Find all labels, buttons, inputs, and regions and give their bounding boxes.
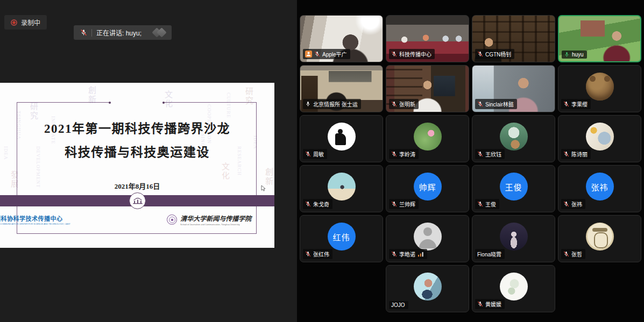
- meeting-app-watermark-icon: [153, 29, 165, 36]
- mic-muted-icon: [477, 51, 483, 57]
- participant-name-tag: Sinclair林懿: [475, 99, 517, 109]
- avatar: [328, 173, 356, 201]
- participant-tile[interactable]: 陈诗丽: [558, 115, 641, 162]
- mouse-cursor-icon: [261, 184, 266, 194]
- mobile-user-icon: [305, 51, 312, 58]
- mic-muted-icon: [314, 51, 320, 57]
- participant-name: 李岭涛: [399, 150, 415, 158]
- participant-name-tag: 兰帅辉: [389, 199, 419, 209]
- speaking-text: 正在讲话: huyu;: [96, 28, 141, 37]
- participant-name-tag: 李岭涛: [389, 149, 419, 159]
- participant-name: 周敏: [313, 150, 324, 158]
- mic-muted-icon: [563, 151, 569, 157]
- participant-tile[interactable]: 北京情报所 张士运: [300, 65, 383, 112]
- participant-tile[interactable]: 王俊 王俊: [472, 165, 555, 212]
- participant-name-tag: JOJO: [389, 301, 408, 309]
- participant-name: 张红伟: [313, 250, 329, 258]
- mic-muted-icon: [391, 251, 397, 257]
- mic-on-icon: [305, 101, 311, 107]
- recording-indicator: 录制中: [4, 15, 47, 30]
- mic-muted-icon: [477, 301, 483, 307]
- watermark-text: 創新: [86, 86, 97, 104]
- participant-tile[interactable]: 周敏: [300, 115, 383, 162]
- participant-name: 王欣钰: [485, 150, 501, 158]
- mic-muted-icon: [391, 51, 397, 57]
- mic-muted-icon: [477, 101, 483, 107]
- presentation-slide: 創新文化研究研究TSINGHUAINNOVATECULTUREIDEA發展DEV…: [0, 83, 274, 248]
- participant-name: 科技传播中心: [399, 50, 431, 58]
- participant-tile[interactable]: 朱戈奇: [300, 165, 383, 212]
- participant-tile[interactable]: Apple平广: [300, 15, 383, 62]
- tsinghua-gate-icon: [129, 192, 146, 209]
- participant-name-tag: 张哲: [561, 249, 585, 259]
- participant-name-tag: 王欣钰: [475, 149, 505, 159]
- mic-muted-icon: [391, 101, 397, 107]
- mic-muted-icon: [80, 29, 87, 36]
- divider: [91, 29, 92, 37]
- participant-tile[interactable]: huyu: [558, 15, 641, 62]
- participant-tile[interactable]: CGTN杨钊: [472, 15, 555, 62]
- cast-logo-subtitle: NATIONAL COMMUNICATION CENTER FOR SCIENC…: [0, 223, 70, 224]
- participant-name: JOJO: [391, 302, 405, 308]
- slide-title-line2: 科技传播与科技奥运建设: [0, 142, 274, 160]
- participant-name: Fiona晓霄: [477, 250, 501, 258]
- participant-name: 王俊: [485, 200, 496, 208]
- participant-name-tag: CGTN杨钊: [475, 49, 514, 59]
- participant-tile[interactable]: Fiona晓霄: [472, 215, 555, 262]
- slide-logos: 中国科协科学技术传播中心 NATIONAL COMMUNICATION CENT…: [0, 213, 274, 226]
- participant-tile[interactable]: JOJO: [386, 265, 469, 312]
- participant-name-tag: Apple平广: [303, 49, 350, 59]
- mic-muted-icon: [305, 201, 311, 207]
- avatar: [500, 223, 528, 251]
- participant-name: Apple平广: [322, 50, 347, 58]
- tsinghua-logo-subtitle: School of Journalism and Communication, …: [180, 223, 240, 225]
- participant-name: 黄媛媛: [485, 300, 501, 308]
- speaking-banner: 正在讲话: huyu;: [74, 25, 172, 40]
- avatar: [500, 123, 528, 151]
- mic-speaking-icon: [564, 52, 570, 58]
- participant-name: 张哲: [571, 250, 582, 258]
- avatar: [328, 123, 356, 151]
- mic-muted-icon: [305, 251, 311, 257]
- slide-title-line1: 2021年第一期科技传播跨界沙龙: [0, 118, 274, 137]
- participant-name: huyu: [572, 52, 584, 58]
- avatar: 王俊: [500, 173, 528, 201]
- participant-name-tag: 陈诗丽: [561, 149, 591, 159]
- participant-name: 李果缨: [571, 100, 588, 108]
- participant-tile[interactable]: 王欣钰: [472, 115, 555, 162]
- participant-tile[interactable]: 黄媛媛: [472, 265, 555, 312]
- participant-tile[interactable]: 科技传播中心: [386, 15, 469, 62]
- participant-tile[interactable]: 李皓诺: [386, 215, 469, 262]
- participant-name-tag: 李果缨: [561, 99, 591, 109]
- participant-tile[interactable]: 帅辉 兰帅辉: [386, 165, 469, 212]
- participant-tile[interactable]: 张哲: [558, 215, 641, 262]
- avatar: 帅辉: [414, 173, 442, 201]
- avatar: [586, 223, 614, 251]
- avatar: [586, 123, 614, 151]
- cast-logo-name: 中国科协科学技术传播中心: [0, 214, 152, 223]
- mic-muted-icon: [563, 201, 569, 207]
- participant-name-tag: Fiona晓霄: [475, 249, 505, 259]
- participant-tile[interactable]: 张明新: [386, 65, 469, 112]
- participants-grid: Apple平广 科技传播中心 CGTN杨钊: [297, 0, 644, 322]
- avatar: [414, 123, 442, 151]
- participant-name: 北京情报所 张士运: [313, 100, 358, 108]
- participant-tile[interactable]: Sinclair林懿: [472, 65, 555, 112]
- participant-tile[interactable]: 李岭涛: [386, 115, 469, 162]
- participant-name-tag: 北京情报所 张士运: [303, 99, 361, 109]
- participant-tile[interactable]: 红伟 张红伟: [300, 215, 383, 262]
- avatar: [414, 223, 442, 251]
- avatar: [414, 273, 442, 300]
- participant-name-tag: 王俊: [475, 199, 499, 209]
- tsinghua-logo-icon: [167, 214, 177, 225]
- avatar: [586, 73, 614, 101]
- participant-tile[interactable]: 张祎 张祎: [558, 165, 641, 212]
- participant-name: 陈诗丽: [571, 150, 588, 158]
- mic-muted-icon: [305, 151, 311, 157]
- mic-muted-icon: [563, 101, 569, 107]
- participant-name-tag: 张红伟: [303, 249, 332, 259]
- avatar: 红伟: [328, 223, 356, 251]
- participant-name-tag: 周敏: [303, 149, 327, 159]
- mic-muted-icon: [477, 201, 483, 207]
- participant-tile[interactable]: 李果缨: [558, 65, 641, 112]
